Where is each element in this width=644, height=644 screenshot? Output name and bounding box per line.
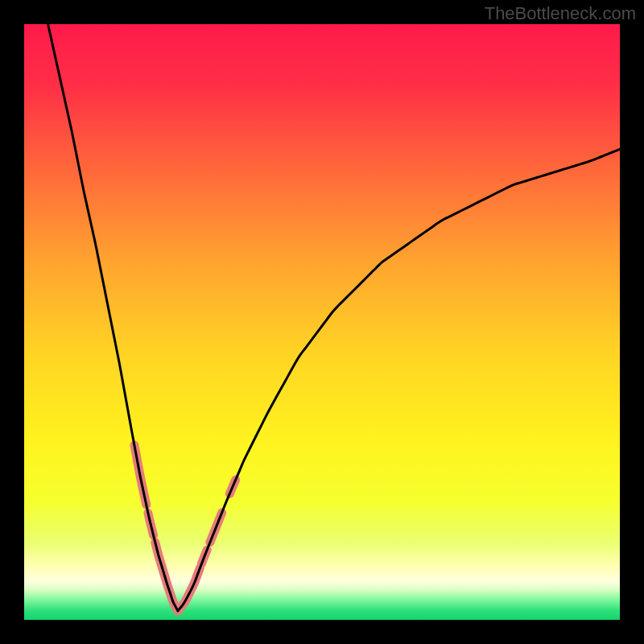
curve-right-branch: [178, 149, 620, 611]
curve-left-branch: [48, 24, 178, 611]
watermark-text: TheBottleneck.com: [485, 3, 636, 24]
curve-lines: [48, 24, 620, 611]
chart-frame: TheBottleneck.com: [0, 0, 644, 644]
plot-area: [24, 24, 620, 620]
highlight-segments: [134, 445, 236, 611]
plot-curves: [24, 24, 620, 620]
